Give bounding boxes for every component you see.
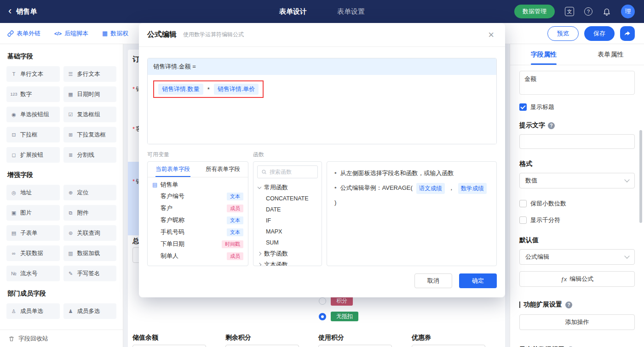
- subform-icon: ▤: [10, 230, 17, 236]
- field-button[interactable]: ∞关联数据: [6, 245, 60, 261]
- close-icon[interactable]: ×: [488, 30, 494, 40]
- preview-button[interactable]: 预览: [547, 26, 579, 41]
- field-title-input[interactable]: 金额: [519, 71, 635, 95]
- field-chip[interactable]: 销售详情.数量: [158, 84, 203, 95]
- section-title-enhanced-fields: 增强字段: [7, 171, 116, 179]
- form-tree-root[interactable]: ▤ 销售单: [148, 177, 248, 190]
- tab-form-properties[interactable]: 表单属性: [577, 44, 644, 65]
- function-item[interactable]: MAPX: [253, 226, 322, 237]
- format-select[interactable]: 数值: [519, 173, 635, 188]
- field-button[interactable]: ▤子表单: [6, 225, 60, 241]
- function-item[interactable]: IF: [253, 215, 322, 226]
- checkbox-checked-icon[interactable]: [519, 103, 527, 111]
- default-value-select[interactable]: 公式编辑: [519, 249, 635, 265]
- tab-current-form-fields[interactable]: 当前表单字段: [148, 162, 198, 177]
- points-badge: 积分: [331, 296, 353, 306]
- tab-field-properties[interactable]: 字段属性: [510, 44, 577, 65]
- function-search-input[interactable]: [270, 169, 314, 175]
- field-button[interactable]: ▦日期时间: [63, 86, 117, 102]
- column-input[interactable]: [412, 345, 485, 347]
- variable-row[interactable]: 客户成员: [148, 202, 248, 214]
- linked-data-icon: ∞: [10, 250, 17, 256]
- share-button[interactable]: [620, 26, 635, 41]
- add-action-button[interactable]: 添加操作: [519, 314, 635, 330]
- field-button[interactable]: ▥数据加载: [63, 245, 117, 261]
- bell-icon[interactable]: [603, 7, 611, 16]
- variable-row[interactable]: 下单日期时间戳: [148, 238, 248, 250]
- function-item[interactable]: SUM: [253, 237, 322, 248]
- data-manage-button[interactable]: 数据管理: [514, 5, 555, 18]
- avatar[interactable]: 理: [621, 5, 635, 18]
- column-header: 使用积分: [318, 334, 344, 342]
- field-button[interactable]: ♟成员多选: [63, 303, 117, 319]
- field-button[interactable]: №流水号: [6, 266, 60, 281]
- example-field-chip: 语文成绩: [416, 183, 445, 194]
- back-chevron-icon[interactable]: ‹: [8, 6, 12, 16]
- chevron-right-icon: [258, 252, 261, 256]
- edit-formula-button[interactable]: ƒx 编辑公式: [519, 271, 635, 287]
- field-button[interactable]: ⊚关联查询: [63, 225, 117, 241]
- field-button[interactable]: ◎地址: [6, 185, 60, 200]
- scrollbar-thumb[interactable]: [639, 130, 642, 223]
- save-button[interactable]: 保存: [584, 26, 615, 41]
- field-button[interactable]: ☰多行文本: [63, 66, 117, 82]
- field-button[interactable]: T单行文本: [6, 66, 60, 82]
- field-chip[interactable]: 销售详情.单价: [214, 84, 259, 95]
- checkbox-unchecked-icon[interactable]: [519, 200, 527, 207]
- variable-row[interactable]: 手机号码文本: [148, 226, 248, 238]
- field-button[interactable]: ◉单选按钮组: [6, 107, 60, 122]
- formula-input-area[interactable]: 销售详情.数量 * 销售详情.单价: [148, 75, 496, 144]
- field-button[interactable]: ♙成员单选: [6, 303, 60, 319]
- column-input[interactable]: [225, 345, 299, 347]
- checkbox-unchecked-icon[interactable]: [519, 216, 527, 224]
- field-button[interactable]: ⊕定位: [63, 185, 117, 200]
- column-input[interactable]: [132, 345, 206, 347]
- member-multi-icon: ♟: [67, 308, 75, 314]
- tab-form-design[interactable]: 表单设计: [279, 7, 307, 16]
- field-recycle-bin[interactable]: 字段回收站: [0, 330, 123, 347]
- confirm-button[interactable]: 确定: [459, 273, 497, 288]
- function-item[interactable]: CONCATENATE: [253, 193, 322, 204]
- hint-text-input[interactable]: [519, 134, 635, 149]
- question-icon[interactable]: ?: [548, 122, 555, 129]
- field-button[interactable]: ▣图片: [6, 205, 60, 221]
- tab-form-settings[interactable]: 表单设置: [337, 7, 365, 16]
- toolbar-items: 表单外链 </> 后端脚本 ▦ 数据权: [0, 29, 128, 38]
- function-item[interactable]: DATE: [253, 204, 322, 215]
- translate-icon[interactable]: 文: [565, 7, 574, 16]
- tab-all-form-fields[interactable]: 所有表单字段: [198, 162, 248, 177]
- field-button[interactable]: ⧉附件: [63, 205, 117, 221]
- function-group-math[interactable]: 数学函数: [253, 248, 322, 259]
- toolbar-item-external-link[interactable]: 表单外链: [7, 29, 40, 38]
- enhanced-fields-grid: ◎地址 ⊕定位 ▣图片 ⧉附件 ▤子表单 ⊚关联查询 ∞关联数据 ▥数据加载 №…: [6, 185, 116, 281]
- variable-row[interactable]: 客户编号文本: [148, 190, 248, 202]
- variables-label: 可用变量: [147, 151, 253, 159]
- field-button[interactable]: 123数字: [6, 86, 60, 102]
- signature-icon: ✎: [67, 271, 75, 277]
- field-button[interactable]: ☑复选框组: [63, 107, 117, 122]
- toolbar-item-backend-script[interactable]: </> 后端脚本: [54, 29, 88, 38]
- function-group-common[interactable]: 常用函数: [253, 182, 322, 193]
- variable-row[interactable]: 制单人成员: [148, 250, 248, 262]
- field-button[interactable]: ≣分割线: [63, 147, 117, 163]
- variable-row[interactable]: 客户昵称文本: [148, 214, 248, 226]
- field-button[interactable]: ✎手写签名: [63, 266, 117, 281]
- column-header: 剩余积分: [225, 334, 251, 342]
- radio-option-points[interactable]: 积分: [319, 296, 353, 306]
- question-icon[interactable]: ?: [565, 301, 572, 308]
- function-group-text[interactable]: 文本函数: [253, 259, 322, 266]
- field-button[interactable]: ◻扩展按钮: [6, 147, 60, 163]
- location-icon: ⊕: [67, 190, 75, 196]
- column-input[interactable]: [318, 345, 392, 347]
- thousand-separator-checkbox-row[interactable]: 显示千分符: [519, 216, 635, 224]
- help-icon[interactable]: ?: [584, 7, 592, 16]
- radio-option-no-deduction[interactable]: 无抵扣: [319, 312, 358, 321]
- formula-highlight-box: 销售详情.数量 * 销售详情.单价: [153, 80, 264, 98]
- cancel-button[interactable]: 取消: [414, 273, 452, 288]
- show-title-checkbox-row[interactable]: 显示标题: [519, 103, 635, 111]
- decimal-checkbox-row[interactable]: 保留小数位数: [519, 199, 635, 208]
- member-single-icon: ♙: [10, 308, 17, 314]
- toolbar-item-data-permission[interactable]: ▦ 数据权: [102, 29, 128, 38]
- field-button[interactable]: ⊞下拉复选框: [63, 127, 117, 142]
- field-button[interactable]: ⊡下拉框: [6, 127, 60, 142]
